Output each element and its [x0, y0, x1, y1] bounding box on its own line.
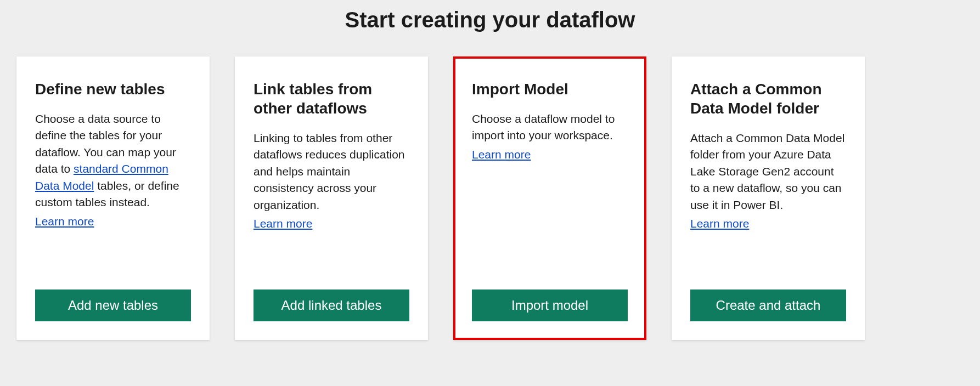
cards-row: Define new tables Choose a data source t…	[13, 56, 967, 340]
card-title: Link tables from other dataflows	[254, 80, 409, 118]
page-title: Start creating your dataflow	[13, 8, 967, 32]
import-model-button[interactable]: Import model	[472, 290, 628, 321]
card-title: Import Model	[472, 80, 628, 99]
card-desc-before: Linking to tables from other dataflows r…	[254, 132, 405, 211]
card-title: Define new tables	[35, 80, 191, 99]
card-desc-before: Choose a dataflow model to import into y…	[472, 112, 615, 141]
card-attach-cdm-folder: Attach a Common Data Model folder Attach…	[672, 56, 865, 340]
card-import-model: Import Model Choose a dataflow model to …	[453, 56, 646, 340]
card-body: Attach a Common Data Model folder from y…	[690, 130, 846, 283]
add-new-tables-button[interactable]: Add new tables	[35, 290, 191, 321]
card-desc-before: Attach a Common Data Model folder from y…	[690, 132, 844, 211]
learn-more-link[interactable]: Learn more	[35, 215, 94, 228]
card-link-tables: Link tables from other dataflows Linking…	[235, 56, 428, 340]
create-and-attach-button[interactable]: Create and attach	[690, 290, 846, 321]
learn-more-link[interactable]: Learn more	[690, 217, 749, 230]
learn-more-link[interactable]: Learn more	[472, 148, 531, 161]
card-body: Choose a dataflow model to import into y…	[472, 111, 628, 283]
card-body: Linking to tables from other dataflows r…	[254, 130, 409, 283]
card-define-new-tables: Define new tables Choose a data source t…	[16, 56, 210, 340]
learn-more-link[interactable]: Learn more	[254, 217, 312, 230]
card-body: Choose a data source to define the table…	[35, 111, 191, 283]
card-title: Attach a Common Data Model folder	[690, 80, 846, 118]
add-linked-tables-button[interactable]: Add linked tables	[254, 290, 409, 321]
